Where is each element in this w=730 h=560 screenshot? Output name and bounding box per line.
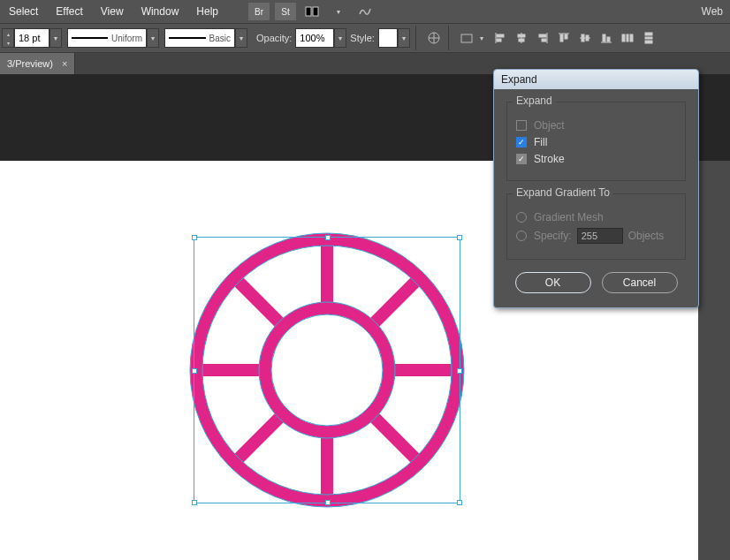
options-bar: ▴▾ ▾ Uniform ▾ Basic ▾ Opacity: ▾ Style:… — [0, 23, 730, 53]
expand-group-title: Expand — [513, 95, 556, 107]
specify-suffix: Objects — [628, 230, 665, 242]
menu-bar: Select Effect View Window Help Br St ▾ W… — [0, 0, 730, 23]
svg-rect-5 — [461, 34, 472, 42]
menu-window[interactable]: Window — [133, 5, 188, 18]
opacity-label: Opacity: — [256, 33, 292, 43]
selection-handle[interactable] — [192, 500, 197, 505]
selection-handle[interactable] — [457, 368, 462, 374]
menu-select[interactable]: Select — [0, 5, 47, 18]
selection-handle[interactable] — [325, 500, 331, 505]
selection-handle[interactable] — [325, 235, 331, 240]
expand-fill-row[interactable]: ✓ Fill — [516, 136, 676, 148]
gpu-icon[interactable] — [354, 3, 376, 20]
style-dropdown[interactable]: ▾ — [398, 28, 410, 48]
style-label: Style: — [350, 33, 375, 43]
align-right-icon[interactable] — [534, 29, 551, 47]
svg-rect-19 — [582, 34, 584, 42]
fill-label: Fill — [534, 136, 547, 148]
gradient-mesh-radio — [516, 212, 527, 223]
bridge-icon[interactable]: Br — [248, 3, 270, 20]
close-icon[interactable]: × — [62, 58, 67, 69]
ok-button[interactable]: OK — [515, 272, 591, 293]
svg-rect-22 — [603, 34, 605, 42]
specify-label: Specify: — [534, 230, 572, 242]
menu-effect[interactable]: Effect — [47, 5, 91, 18]
gradient-group-title: Expand Gradient To — [513, 186, 613, 199]
menu-help[interactable]: Help — [187, 5, 227, 18]
object-checkbox — [516, 120, 527, 131]
selection-handle[interactable] — [457, 235, 462, 240]
svg-rect-1 — [313, 7, 318, 16]
menu-view[interactable]: View — [92, 5, 133, 18]
expand-dialog: Expand Expand Object ✓ Fill ✓ Stroke Exp… — [493, 69, 699, 308]
stroke-checkbox[interactable]: ✓ — [516, 154, 527, 164]
svg-rect-20 — [586, 35, 589, 41]
brush-label: Basic — [209, 34, 231, 43]
svg-rect-25 — [627, 34, 628, 42]
dialog-title: Expand — [501, 73, 537, 86]
align-bottom-icon[interactable] — [597, 29, 615, 47]
document-tab-label: 3/Preview) — [7, 58, 53, 69]
svg-rect-7 — [497, 34, 504, 37]
specify-input — [577, 228, 623, 244]
expand-group: Expand Object ✓ Fill ✓ Stroke — [506, 102, 686, 181]
svg-rect-28 — [645, 37, 652, 39]
svg-rect-23 — [607, 37, 610, 42]
expand-object-row: Object — [516, 119, 676, 132]
opacity-dropdown[interactable]: ▾ — [334, 28, 346, 48]
gradient-mesh-label: Gradient Mesh — [534, 211, 604, 223]
svg-rect-0 — [306, 7, 311, 16]
svg-rect-27 — [645, 33, 652, 35]
stroke-profile-dropdown[interactable]: ▾ — [147, 28, 159, 48]
align-vcenter-icon[interactable] — [576, 29, 594, 47]
stroke-weight-dropdown[interactable]: ▾ — [49, 28, 62, 48]
distribute-v-icon[interactable] — [640, 29, 658, 47]
dialog-titlebar[interactable]: Expand — [494, 70, 698, 89]
distribute-h-icon[interactable] — [619, 29, 636, 47]
gradient-mesh-row: Gradient Mesh — [516, 211, 676, 223]
object-label: Object — [534, 119, 565, 132]
stock-icon[interactable]: St — [275, 3, 296, 20]
align-hcenter-icon[interactable] — [513, 29, 530, 47]
stroke-weight-input[interactable] — [14, 28, 49, 48]
svg-rect-13 — [539, 34, 546, 37]
svg-rect-29 — [645, 41, 652, 43]
opacity-input[interactable] — [295, 28, 334, 48]
fill-checkbox[interactable]: ✓ — [516, 137, 527, 148]
align-left-icon[interactable] — [491, 29, 509, 47]
cancel-button[interactable]: Cancel — [602, 272, 678, 293]
selection-bounding-box[interactable] — [194, 237, 460, 503]
stroke-profile-label: Uniform — [111, 34, 142, 43]
selection-handle[interactable] — [457, 500, 462, 505]
align-top-icon[interactable] — [555, 29, 573, 47]
svg-rect-24 — [622, 34, 625, 42]
stroke-profile-select[interactable]: Uniform — [67, 28, 147, 48]
svg-rect-17 — [565, 34, 567, 39]
svg-rect-16 — [560, 34, 563, 42]
transform-icon[interactable] — [458, 29, 475, 47]
brush-select[interactable]: Basic — [164, 28, 235, 48]
document-setup-icon[interactable] — [425, 29, 443, 47]
svg-rect-8 — [497, 39, 501, 42]
arrange-documents-icon[interactable] — [301, 3, 323, 20]
style-swatch[interactable] — [378, 28, 398, 48]
specify-radio — [516, 231, 527, 241]
selection-handle[interactable] — [192, 368, 197, 374]
svg-rect-10 — [518, 34, 525, 37]
expand-gradient-group: Expand Gradient To Gradient Mesh Specify… — [506, 193, 686, 260]
svg-rect-11 — [519, 39, 524, 42]
svg-rect-26 — [630, 34, 633, 42]
stroke-weight-stepper[interactable]: ▴▾ — [2, 28, 14, 48]
specify-row: Specify: Objects — [516, 228, 676, 244]
transform-dropdown[interactable]: ▾ — [475, 28, 488, 48]
selection-handle[interactable] — [192, 235, 197, 240]
workspace-label[interactable]: Web — [695, 5, 730, 18]
expand-stroke-row[interactable]: ✓ Stroke — [516, 153, 676, 165]
document-tab[interactable]: 3/Preview) × — [0, 53, 75, 74]
brush-dropdown[interactable]: ▾ — [235, 28, 247, 48]
arrange-dropdown-icon[interactable]: ▾ — [328, 3, 349, 20]
svg-rect-14 — [542, 39, 546, 42]
stroke-label: Stroke — [534, 153, 565, 165]
